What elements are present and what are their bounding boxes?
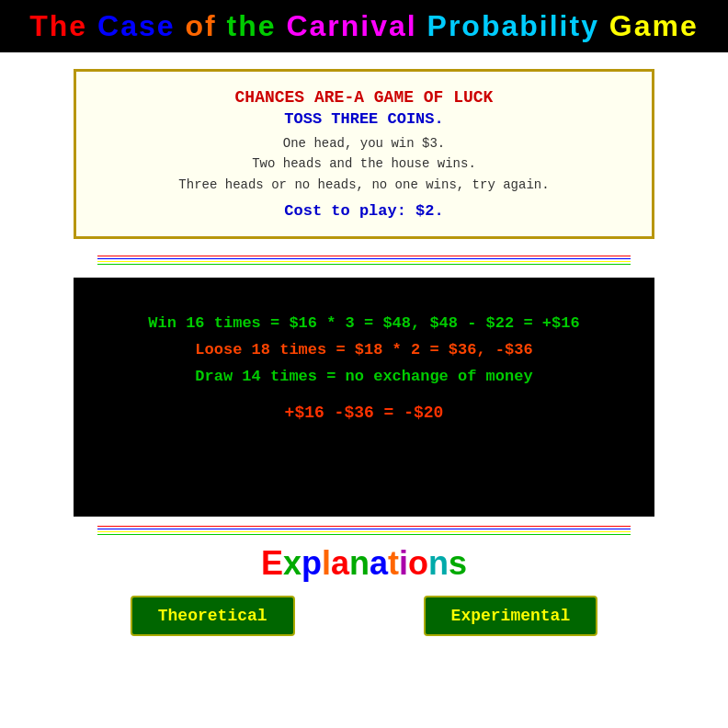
rules-line1: One head, you win $3. — [95, 133, 633, 154]
buttons-row: Theoretical Experimental — [0, 596, 728, 636]
header: The Case of the Carnival Probability Gam… — [0, 0, 728, 52]
expl-char-i: i — [399, 544, 408, 582]
expl-char-a1: a — [331, 544, 349, 582]
divider-line-red — [97, 256, 631, 256]
page-title: The Case of the Carnival Probability Gam… — [0, 9, 728, 43]
divider-line-green — [97, 264, 631, 265]
rules-line3: Three heads or no heads, no one wins, tr… — [95, 175, 633, 195]
expl-char-n: n — [428, 544, 449, 582]
rules-subtitle: TOSS THREE COINS. — [95, 110, 633, 128]
rules-line2: Two heads and the house wins. — [95, 154, 633, 174]
expl-char-E: E — [261, 544, 283, 582]
title-word-the2: the — [227, 9, 277, 42]
title-word-probability: Probability — [427, 9, 599, 42]
bottom-divider-line-yellow — [97, 531, 631, 532]
expl-char-a2: a — [370, 544, 388, 582]
bottom-divider — [97, 526, 631, 535]
top-divider — [97, 256, 631, 265]
rules-cost: Cost to play: $2. — [95, 202, 633, 220]
expl-char-n: n — [349, 544, 370, 582]
experimental-button[interactable]: Experimental — [424, 596, 598, 636]
expl-char-l: l — [322, 544, 331, 582]
divider-line-yellow — [97, 261, 631, 262]
rules-title: CHANCES ARE-A GAME OF LUCK — [95, 88, 633, 107]
title-word-carnival: Carnival — [286, 9, 416, 42]
expl-char-s: s — [449, 544, 467, 582]
win-result: Win 16 times = $16 * 3 = $48, $48 - $22 … — [92, 314, 636, 332]
expl-char-o: o — [408, 544, 428, 582]
divider-line-blue — [97, 258, 631, 259]
expl-char-p: p — [301, 544, 322, 582]
bottom-divider-line-red — [97, 526, 631, 527]
expl-char-t: t — [388, 544, 399, 582]
total-result: +$16 -$36 = -$20 — [92, 404, 636, 422]
theoretical-button[interactable]: Theoretical — [131, 596, 295, 636]
bottom-divider-line-blue — [97, 529, 631, 529]
bottom-divider-line-green — [97, 534, 631, 535]
expl-char-x: x — [283, 544, 301, 582]
explanations-title: Explanations — [0, 544, 728, 583]
title-word-of: of — [185, 9, 216, 42]
title-word-the1: The — [29, 9, 87, 42]
title-word-game: Game — [609, 9, 699, 42]
title-word-case: Case — [97, 9, 176, 42]
draw-result: Draw 14 times = no exchange of money — [92, 368, 636, 385]
lose-result: Loose 18 times = $18 * 2 = $36, -$36 — [92, 341, 636, 358]
rules-box: CHANCES ARE-A GAME OF LUCK TOSS THREE CO… — [74, 69, 654, 239]
results-panel: Win 16 times = $16 * 3 = $48, $48 - $22 … — [74, 278, 654, 517]
